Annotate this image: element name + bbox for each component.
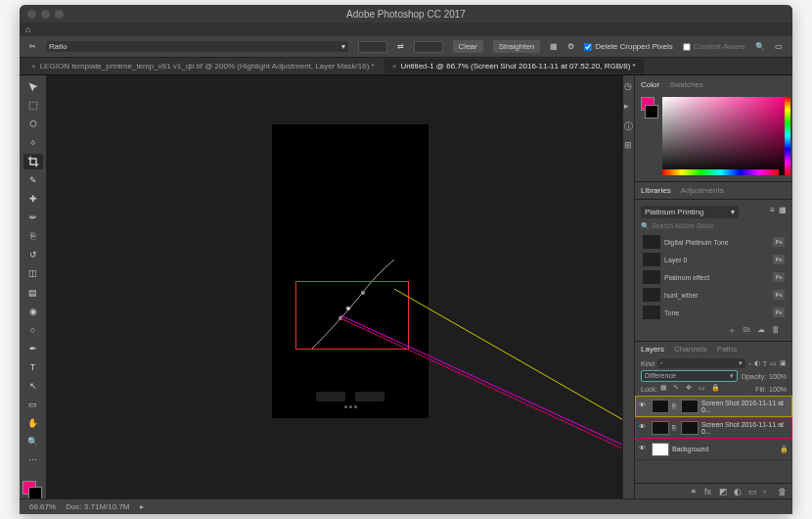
info-panel-icon[interactable]: ⓘ bbox=[624, 120, 634, 130]
tab-doc-1[interactable]: ×LEGION template_printme_temp_v81 v1_qtr… bbox=[23, 59, 383, 73]
adjustment-icon[interactable]: ◐ bbox=[734, 487, 743, 495]
blur-tool[interactable]: ◉ bbox=[23, 304, 43, 319]
lib-item[interactable]: hunt_wtherPs bbox=[641, 286, 787, 304]
zoom-level[interactable]: 66.67% bbox=[29, 502, 56, 511]
tab-paths[interactable]: Paths bbox=[717, 345, 737, 354]
path-tool[interactable]: ↖ bbox=[23, 378, 43, 394]
lock-artboard-icon[interactable]: ▭ bbox=[699, 384, 708, 394]
lock-all-icon[interactable]: 🔒 bbox=[711, 384, 721, 394]
lib-item[interactable]: Digital Platinum TonePs bbox=[641, 233, 787, 251]
color-swatch-pair[interactable] bbox=[641, 97, 658, 177]
magic-wand-tool[interactable]: ✧ bbox=[23, 135, 43, 151]
filter-pixel-icon[interactable]: ▫ bbox=[748, 360, 750, 367]
type-tool[interactable]: T bbox=[23, 359, 43, 375]
library-search[interactable]: 🔍 Search Adobe Stock bbox=[641, 222, 787, 230]
pen-tool[interactable]: ✒ bbox=[23, 341, 43, 356]
straighten-button[interactable]: Straighten bbox=[493, 40, 540, 53]
canvas[interactable] bbox=[47, 75, 622, 498]
eraser-tool[interactable]: ◫ bbox=[23, 265, 43, 281]
swap-icon[interactable]: ⇄ bbox=[397, 42, 404, 51]
bg-color[interactable] bbox=[645, 105, 658, 118]
dodge-tool[interactable]: ○ bbox=[23, 322, 43, 338]
layer-row[interactable]: 👁 Background 🔒 bbox=[635, 439, 792, 460]
fill-value[interactable]: 100% bbox=[769, 386, 787, 393]
layer-thumb[interactable] bbox=[652, 421, 669, 435]
lock-pixels-icon[interactable]: ✎ bbox=[673, 384, 683, 394]
tab-color[interactable]: Color bbox=[641, 80, 659, 89]
lib-item[interactable]: Platinum effectPs bbox=[641, 268, 787, 286]
filter-adj-icon[interactable]: ◐ bbox=[754, 359, 760, 367]
stock-icon[interactable]: St bbox=[743, 325, 751, 334]
chevron-right-icon[interactable]: ▸ bbox=[140, 502, 144, 511]
color-field[interactable] bbox=[662, 97, 787, 175]
tab-channels[interactable]: Channels bbox=[674, 345, 707, 354]
hue-strip[interactable] bbox=[662, 169, 779, 175]
shape-tool[interactable]: ▭ bbox=[23, 397, 43, 412]
layer-row[interactable]: 👁 ⎘ Screen Shot 2016-11-11 at 0... bbox=[635, 396, 792, 417]
filter-shape-icon[interactable]: ▭ bbox=[770, 359, 777, 367]
blend-mode-select[interactable]: Difference▾ bbox=[641, 370, 738, 382]
tab-libraries[interactable]: Libraries bbox=[641, 186, 671, 195]
lasso-tool[interactable] bbox=[23, 117, 43, 132]
marquee-tool[interactable] bbox=[23, 98, 43, 114]
new-layer-icon[interactable]: ▫ bbox=[763, 487, 772, 495]
brush-tool[interactable]: ✏ bbox=[23, 210, 43, 225]
close-icon[interactable]: × bbox=[31, 62, 36, 71]
doc-button-right[interactable] bbox=[355, 392, 384, 401]
ratio-h-input[interactable] bbox=[414, 41, 443, 53]
tab-adjustments[interactable]: Adjustments bbox=[681, 186, 724, 195]
healing-tool[interactable]: ✚ bbox=[23, 191, 43, 207]
lock-pos-icon[interactable]: ✥ bbox=[686, 384, 696, 394]
close-icon[interactable]: × bbox=[392, 62, 397, 71]
grid-view-icon[interactable]: ▦ bbox=[779, 206, 787, 218]
doc-button-left[interactable] bbox=[316, 392, 345, 401]
properties-panel-icon[interactable]: ⊞ bbox=[624, 140, 634, 150]
edit-toolbar[interactable]: ⋯ bbox=[23, 452, 43, 468]
mask-thumb[interactable] bbox=[681, 400, 699, 413]
ratio-w-input[interactable] bbox=[358, 41, 387, 53]
workspace-icon[interactable]: ▭ bbox=[775, 42, 783, 51]
library-select[interactable]: Platinum Printing▾ bbox=[641, 206, 739, 218]
clear-button[interactable]: Clear bbox=[453, 40, 483, 53]
zoom-tool[interactable]: 🔍 bbox=[23, 434, 43, 449]
list-view-icon[interactable]: ≡ bbox=[770, 206, 775, 218]
trash-icon[interactable]: 🗑 bbox=[772, 325, 781, 334]
kind-filter[interactable]: ▫▾ bbox=[657, 358, 745, 368]
layer-thumb[interactable] bbox=[652, 400, 669, 413]
visibility-icon[interactable]: 👁 bbox=[639, 423, 649, 433]
ratio-select[interactable]: Ratio▾ bbox=[46, 41, 348, 52]
group-icon[interactable]: ▭ bbox=[748, 487, 757, 495]
layer-row[interactable]: 👁 ⎘ Screen Shot 2016-11-11 at 0... bbox=[635, 417, 792, 439]
layer-thumb[interactable] bbox=[652, 443, 669, 456]
visibility-icon[interactable]: 👁 bbox=[639, 445, 649, 454]
crop-tool-icon[interactable]: ✂ bbox=[29, 42, 36, 51]
home-icon[interactable]: ⌂ bbox=[25, 24, 35, 34]
window-min-icon[interactable] bbox=[41, 10, 50, 19]
opacity-value[interactable]: 100% bbox=[769, 373, 787, 380]
filter-smart-icon[interactable]: ▣ bbox=[780, 359, 787, 367]
cloud-icon[interactable]: ☁ bbox=[757, 325, 766, 334]
search-icon[interactable]: 🔍 bbox=[755, 42, 765, 51]
fx-icon[interactable]: fx bbox=[704, 487, 713, 495]
grid-icon[interactable]: ▦ bbox=[550, 42, 558, 51]
stamp-tool[interactable]: ⎘ bbox=[23, 228, 43, 244]
tab-layers[interactable]: Layers bbox=[641, 345, 664, 354]
lib-item[interactable]: TonePs bbox=[641, 304, 787, 321]
mask-icon[interactable]: ◩ bbox=[719, 487, 728, 495]
history-brush-tool[interactable]: ↺ bbox=[23, 247, 43, 262]
selection-rect[interactable] bbox=[295, 281, 409, 350]
history-panel-icon[interactable]: ◷ bbox=[624, 81, 634, 91]
document[interactable] bbox=[272, 124, 429, 418]
tab-swatches[interactable]: Swatches bbox=[669, 80, 703, 89]
move-tool[interactable] bbox=[23, 79, 43, 95]
actions-panel-icon[interactable]: ▸ bbox=[624, 101, 634, 111]
lib-item[interactable]: Layer 0Ps bbox=[641, 251, 787, 268]
visibility-icon[interactable]: 👁 bbox=[639, 401, 649, 411]
hand-tool[interactable]: ✋ bbox=[23, 415, 43, 431]
mask-thumb[interactable] bbox=[681, 421, 699, 435]
window-close-icon[interactable] bbox=[27, 10, 36, 19]
content-aware-checkbox[interactable] bbox=[683, 43, 691, 51]
trash-icon[interactable]: 🗑 bbox=[778, 487, 787, 495]
tab-doc-2[interactable]: ×Untitled-1 @ 66.7% (Screen Shot 2016-11… bbox=[384, 59, 644, 73]
lock-trans-icon[interactable]: ▦ bbox=[660, 384, 670, 394]
